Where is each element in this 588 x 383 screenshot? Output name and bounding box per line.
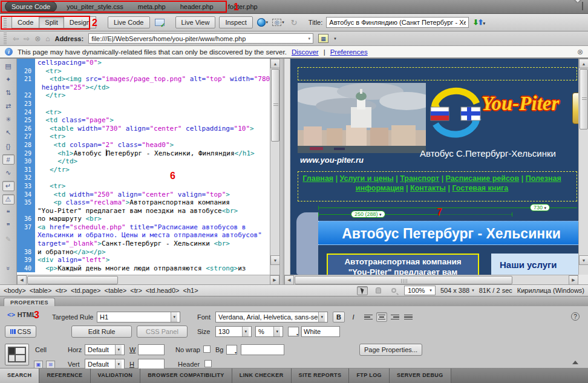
hand-tool-icon[interactable] <box>373 286 384 295</box>
code-view[interactable]: cellspacing="0">20 <tr>21 <td><img src="… <box>17 59 279 275</box>
tag-selector-item[interactable]: <td.page> <box>71 287 101 294</box>
home-icon[interactable]: ⌂ <box>45 34 50 43</box>
code-line[interactable]: <td width="250" align="center" valign="t… <box>35 191 230 199</box>
remove-comment-icon[interactable]: ❞ <box>2 221 15 231</box>
code-navigator-icon[interactable]: ✦ <box>2 74 15 85</box>
code-row[interactable]: 40 <p>Каждый день многие люди отправляют… <box>17 264 279 273</box>
code-line[interactable]: <tr> <box>35 133 65 141</box>
code-line[interactable]: </tr> <box>35 91 65 100</box>
design-horizontal-scrollbar[interactable]: ◀ ▶ <box>284 275 578 284</box>
code-row[interactable]: 38и обратно</a></p> <box>17 248 279 257</box>
panel-tab-reference[interactable]: REFERENCE <box>39 368 90 383</box>
design-vertical-scrollbar[interactable]: ▲ ▼ <box>578 59 588 275</box>
design-view[interactable]: You-Piter Автобус С.Петербург-Хельсинки … <box>284 59 588 284</box>
code-row[interactable]: 30 </td> <box>17 157 279 166</box>
scroll-left-icon[interactable]: ◀ <box>17 275 27 285</box>
code-line[interactable]: <p class="reclama">Автотранспортная комп… <box>35 198 230 207</box>
code-row[interactable]: 20 <tr> <box>17 67 279 76</box>
italic-button[interactable]: I <box>347 312 359 322</box>
inspect-button[interactable]: Inspect <box>219 16 252 28</box>
scroll-thumb[interactable] <box>295 276 512 284</box>
panel-tab-site-reports[interactable]: SITE REPORTS <box>292 368 350 383</box>
format-source-code-icon[interactable]: ✎ <box>2 234 15 244</box>
targeted-rule-select[interactable]: H1▾ <box>97 312 180 322</box>
open-documents-icon[interactable]: ▤ <box>2 61 15 71</box>
scroll-up-icon[interactable]: ▲ <box>579 59 588 68</box>
panel-tab-search[interactable]: SEARCH <box>0 368 39 383</box>
code-row[interactable]: 37<a href="schedule.php" title="Расписан… <box>17 223 279 232</box>
preview-browser-globe-icon[interactable]: ▾ <box>256 17 269 28</box>
highlight-invalid-code-icon[interactable]: ∿ <box>2 168 15 178</box>
code-line[interactable]: target="_blank">Санкт-Петербург - Хельси… <box>35 240 230 248</box>
code-row[interactable]: 36по маршруту <br> <box>17 215 279 223</box>
site-menu-link[interactable]: Услуги и цены <box>340 174 394 183</box>
align-left-icon[interactable] <box>363 312 374 322</box>
line-numbers-icon[interactable]: # <box>2 154 15 165</box>
code-line[interactable]: <td class="page"> <box>35 116 114 125</box>
panel-tab-link-checker[interactable]: LINK CHECKER <box>232 368 292 383</box>
code-line[interactable]: </td> <box>35 157 77 166</box>
css-panel-button[interactable]: CSS Panel <box>137 326 188 338</box>
visual-aids-icon[interactable]: ◎▾ <box>272 17 284 28</box>
code-line[interactable]: <p>Каждый день многие люди отправляются … <box>35 264 246 273</box>
justify-icon[interactable] <box>403 312 414 322</box>
code-line[interactable]: height="25"></td> <box>35 83 109 92</box>
align-center-icon[interactable] <box>376 312 387 322</box>
scroll-thumb[interactable] <box>27 276 118 284</box>
select-tool-icon[interactable] <box>357 286 368 295</box>
code-line[interactable]: <tr> <box>35 182 65 191</box>
bg-color-input[interactable] <box>241 344 284 355</box>
properties-tab[interactable]: PROPERTIES <box>4 298 55 306</box>
split-cell-icon[interactable]: ⊞ <box>46 361 55 368</box>
size-unit-select[interactable]: %▾ <box>255 326 283 337</box>
code-row[interactable]: Хельсинки и обратно. Цены и места отправ… <box>17 231 279 240</box>
code-row[interactable]: 32 <box>17 174 279 182</box>
scroll-thumb[interactable] <box>580 69 588 129</box>
code-line[interactable]: по маршруту <br> <box>35 215 102 223</box>
site-menu-link[interactable]: Главная <box>302 174 333 183</box>
services-box[interactable]: Наши услуги <box>491 254 578 275</box>
back-icon[interactable]: ⇦ <box>13 34 19 43</box>
code-vertical-scrollbar[interactable]: ▲ ▼ <box>270 59 279 275</box>
code-line[interactable]: и обратно</a></p> <box>35 248 106 257</box>
code-row[interactable]: 25 <td class="page"> <box>17 116 279 125</box>
code-line[interactable] <box>35 174 38 182</box>
zoom-tool-icon[interactable] <box>388 286 399 295</box>
stop-icon[interactable]: ⊗ <box>34 34 41 43</box>
show-more-icon[interactable]: » <box>3 263 13 275</box>
scroll-up-icon[interactable]: ▲ <box>270 59 280 68</box>
code-row[interactable]: 21 <td><img src="images/page_top.png" al… <box>17 75 279 83</box>
panel-tab-server-debug[interactable]: SERVER DEBUG <box>390 368 451 383</box>
site-menu-link[interactable]: Расписание рейсов <box>446 174 520 183</box>
collapse-full-tag-icon[interactable]: ⇅ <box>2 88 15 98</box>
site-menu-link[interactable]: Транспорт <box>400 174 439 183</box>
collapse-selection-icon[interactable]: ⇄ <box>2 101 15 111</box>
code-row[interactable]: cellspacing="0"> <box>17 59 279 67</box>
magnification-select[interactable]: 100%▾ <box>404 286 436 295</box>
panel-tab-browser-compatibility[interactable]: BROWSER COMPATIBILITY <box>140 368 232 383</box>
code-row[interactable]: target="_blank">Санкт-Петербург - Хельси… <box>17 240 279 248</box>
code-line[interactable]: <table width="730" align="center" cellpa… <box>35 125 254 133</box>
live-view-button[interactable]: Live View <box>175 16 216 28</box>
align-right-icon[interactable] <box>390 312 400 322</box>
window-size-select[interactable]: 504 x 388▾ <box>440 287 474 294</box>
font-select[interactable]: Verdana, Arial, Helvetica, sans-serif▾ <box>215 312 328 322</box>
size-select[interactable]: 130▾ <box>215 326 252 337</box>
scroll-right-icon[interactable]: ▶ <box>270 275 279 285</box>
tag-selector-item[interactable]: <tr> <box>55 287 67 294</box>
code-row[interactable]: 28 <td colspan="2" class="head0"> <box>17 141 279 149</box>
live-code-button[interactable]: Live Code <box>108 16 150 28</box>
live-view-options-icon[interactable]: ▦ <box>318 34 328 43</box>
scroll-thumb[interactable] <box>271 69 279 142</box>
code-line[interactable] <box>35 100 38 108</box>
code-row[interactable]: 35 <p class="reclama">Автотранспортная к… <box>17 198 279 207</box>
table-width-label-250[interactable]: 250 (288) ▾ <box>351 211 385 218</box>
scroll-right-icon[interactable]: ▶ <box>569 275 578 284</box>
table-width-label-730[interactable]: 730 ▾ <box>530 204 550 211</box>
code-line[interactable]: <a href="schedule.php" title="Расписание… <box>35 223 246 232</box>
code-row[interactable]: "You-Piter" предлагает вам поездки на ав… <box>17 207 279 215</box>
edit-rule-button[interactable]: Edit Rule <box>71 326 132 338</box>
code-line[interactable]: <tr> <box>35 108 62 117</box>
filter-icon[interactable] <box>573 2 583 11</box>
related-file-tab[interactable]: footer.php <box>227 2 259 11</box>
